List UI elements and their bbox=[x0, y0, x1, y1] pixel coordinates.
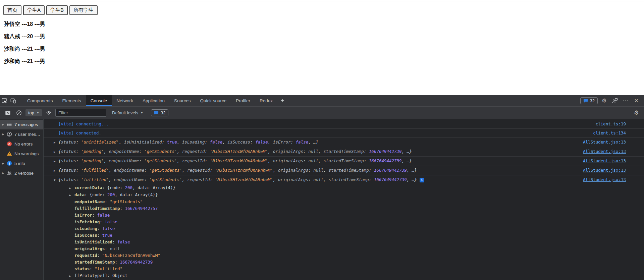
toolbar-count-badge[interactable]: 32 bbox=[151, 109, 168, 116]
expand-toggle-icon[interactable]: ▶ bbox=[69, 273, 74, 279]
sidebar-item-label: No warnings bbox=[14, 151, 42, 156]
console-token: false bbox=[255, 139, 268, 145]
sidebar-item-warning[interactable]: No warnings bbox=[0, 149, 43, 159]
log-levels-dropdown[interactable]: Default levels ▼ bbox=[112, 110, 143, 115]
device-toolbar-icon[interactable] bbox=[9, 96, 17, 105]
console-token: [vite] connecting... bbox=[58, 121, 109, 126]
tab-console[interactable]: Console bbox=[86, 95, 112, 106]
nav-button-1[interactable]: 学生A bbox=[23, 5, 45, 15]
inspect-element-icon[interactable] bbox=[0, 96, 9, 105]
source-link[interactable]: AllStudent.jsx:13 bbox=[578, 149, 626, 155]
devtools-tabs: ComponentsElementsConsoleNetworkApplicat… bbox=[22, 95, 277, 106]
expand-toggle-icon[interactable]: ▶ bbox=[54, 158, 58, 164]
warning-icon bbox=[7, 151, 12, 157]
object-preview: ▶{status: 'pending', endpointName: 'getS… bbox=[58, 158, 412, 164]
source-link[interactable]: AllStudent.jsx:13 bbox=[578, 167, 626, 173]
expand-toggle-icon[interactable]: ▶ bbox=[54, 149, 58, 155]
tab-quick-source[interactable]: Quick source bbox=[195, 95, 231, 106]
source-link[interactable]: AllStudent.jsx:13 bbox=[578, 158, 626, 164]
console-token: : bbox=[144, 168, 149, 173]
filter-input[interactable] bbox=[55, 109, 106, 117]
property-key: data bbox=[74, 192, 85, 197]
sidebar-item-user[interactable]: ▶7 user messages bbox=[0, 129, 43, 139]
info-badge[interactable]: i bbox=[420, 178, 424, 182]
expand-toggle-icon[interactable]: ▶ bbox=[54, 168, 58, 174]
console-token: , bbox=[323, 177, 328, 182]
expand-arrow-icon[interactable]: ▶ bbox=[2, 123, 7, 126]
tab-application[interactable]: Application bbox=[138, 95, 169, 106]
console-settings-gear-icon[interactable]: ⚙ bbox=[632, 108, 641, 117]
more-tabs-icon[interactable]: + bbox=[277, 97, 288, 104]
sidebar-item-error[interactable]: No errors bbox=[0, 139, 43, 149]
console-token: "getStudents" bbox=[110, 199, 143, 204]
expand-toggle-icon[interactable]: ▶ bbox=[69, 185, 74, 191]
tab-network[interactable]: Network bbox=[112, 95, 138, 106]
nav-button-0[interactable]: 首页 bbox=[3, 5, 21, 15]
console-token: 1667649442739 bbox=[120, 260, 153, 265]
console-token: status bbox=[61, 168, 76, 173]
console-row-head: ▶{status: 'pending', endpointName: 'getS… bbox=[44, 147, 644, 156]
source-link[interactable]: client.ts:19 bbox=[590, 121, 626, 127]
console-token: : bbox=[308, 177, 313, 182]
console-token: requestId bbox=[182, 158, 205, 163]
tab-redux[interactable]: Redux bbox=[255, 95, 277, 106]
console-token: "NJbscSHTzncWfOnA9nhwM" bbox=[102, 253, 160, 258]
console-count-badge[interactable]: 32 bbox=[580, 97, 598, 104]
chat-bubble-icon bbox=[154, 111, 159, 115]
console-token: , …} bbox=[308, 139, 318, 145]
console-token: 'getStudents' bbox=[144, 149, 177, 154]
console-token: : bbox=[85, 192, 90, 197]
console-token: : bbox=[303, 158, 308, 163]
settings-gear-icon[interactable]: ⚙ bbox=[600, 96, 608, 105]
log-text: [vite] connected. bbox=[58, 130, 101, 136]
expand-arrow-icon[interactable]: ▶ bbox=[2, 162, 7, 165]
console-token: { bbox=[58, 139, 61, 145]
console-token: code bbox=[92, 192, 102, 197]
tab-components[interactable]: Components bbox=[22, 95, 58, 106]
context-selector[interactable]: top ▼ bbox=[25, 109, 42, 116]
console-token: , bbox=[104, 149, 109, 154]
console-token: : bbox=[120, 206, 125, 211]
console-sidebar-toggle-icon[interactable] bbox=[3, 108, 12, 117]
expand-toggle-icon[interactable]: ▼ bbox=[54, 177, 58, 183]
console-token: null bbox=[308, 149, 318, 154]
nav-button-3[interactable]: 所有学生 bbox=[69, 5, 98, 15]
expand-toggle-icon[interactable]: ▶ bbox=[69, 192, 74, 199]
feedback-icon[interactable] bbox=[610, 96, 619, 105]
console-token: : bbox=[144, 177, 149, 182]
source-link[interactable]: AllStudent.jsx:13 bbox=[578, 139, 626, 145]
tab-sources[interactable]: Sources bbox=[169, 95, 196, 106]
tab-profiler[interactable]: Profiler bbox=[231, 95, 255, 106]
console-row-head: [vite] connecting...client.ts:19 bbox=[44, 120, 644, 128]
console-token: false bbox=[296, 139, 309, 145]
expand-arrow-icon[interactable]: ▶ bbox=[2, 172, 7, 175]
clear-console-icon[interactable] bbox=[14, 108, 23, 117]
console-token: : bbox=[97, 253, 102, 258]
console-token: : bbox=[115, 260, 120, 265]
console-token: endpointName bbox=[109, 158, 139, 163]
sidebar-item-info[interactable]: ▶5 info bbox=[0, 159, 43, 168]
sidebar-item-list[interactable]: ▶7 messages bbox=[0, 120, 43, 129]
tab-elements[interactable]: Elements bbox=[58, 95, 86, 106]
expand-arrow-icon[interactable]: ▶ bbox=[2, 133, 7, 136]
console-token: , bbox=[109, 177, 114, 182]
nav-button-2[interactable]: 学生B bbox=[46, 5, 68, 15]
console-token: : bbox=[100, 219, 105, 224]
console-row: [vite] connected.client.ts:134 bbox=[44, 129, 644, 138]
object-preview: ▶{status: 'uninitialized', isUninitializ… bbox=[58, 139, 318, 146]
sidebar-item-label: 2 verbose bbox=[14, 171, 42, 176]
console-sidebar: ▶7 messages▶7 user messagesNo errorsNo w… bbox=[0, 119, 44, 280]
close-devtools-icon[interactable]: × bbox=[632, 96, 641, 105]
sidebar-item-bug[interactable]: ▶2 verbose bbox=[0, 168, 43, 178]
toolbar-separator bbox=[147, 110, 147, 116]
student-line: 沙和尚 ---21 ---男 bbox=[4, 46, 644, 52]
source-link[interactable]: AllStudent.jsx:13 bbox=[578, 177, 626, 183]
live-expression-eye-icon[interactable] bbox=[44, 108, 53, 117]
console-token: data bbox=[120, 192, 130, 197]
more-options-icon[interactable]: ⋯ bbox=[621, 96, 630, 105]
property-key: startedTimeStamp bbox=[74, 260, 115, 265]
console-token: status bbox=[61, 158, 76, 163]
source-link[interactable]: client.ts:134 bbox=[588, 130, 626, 136]
expand-toggle-icon[interactable]: ▶ bbox=[54, 139, 58, 146]
console-row-head: [vite] connected.client.ts:134 bbox=[44, 129, 644, 137]
